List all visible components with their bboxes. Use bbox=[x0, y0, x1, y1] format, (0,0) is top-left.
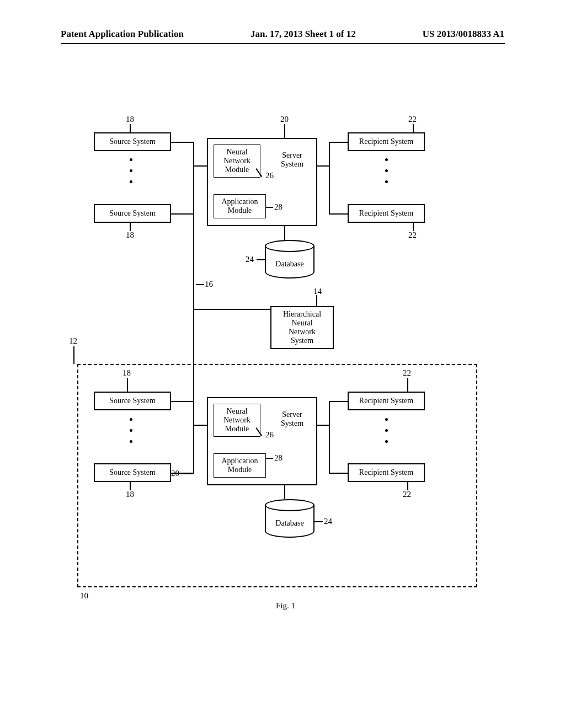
server-system-label: Server System bbox=[271, 410, 313, 428]
leader-line bbox=[315, 521, 323, 522]
server-system-box: Neural Network Module Server System Appl… bbox=[207, 138, 317, 226]
connector-line bbox=[193, 425, 207, 426]
vdots-icon bbox=[385, 440, 388, 443]
server-system-label: Server System bbox=[271, 151, 313, 169]
ref-18: 18 bbox=[126, 231, 134, 240]
ref-20: 20 bbox=[171, 469, 179, 478]
ref-18: 18 bbox=[126, 490, 134, 499]
leader-line bbox=[130, 124, 131, 132]
ref-28: 28 bbox=[274, 202, 282, 212]
connector-line bbox=[171, 401, 193, 402]
recipient-system-box: Recipient System bbox=[348, 463, 425, 482]
box-label: Source System bbox=[109, 468, 156, 477]
server-label-text: Server System bbox=[271, 410, 313, 428]
leader-line bbox=[181, 473, 194, 474]
neural-network-module-box: Neural Network Module bbox=[214, 144, 260, 178]
leader-line bbox=[407, 378, 408, 392]
connector-line bbox=[317, 165, 329, 167]
bus-line bbox=[329, 401, 330, 473]
ref-22: 22 bbox=[403, 490, 411, 499]
leader-line bbox=[130, 223, 131, 231]
connector-line bbox=[329, 213, 348, 215]
leader-line bbox=[284, 124, 285, 138]
page-header: Patent Application Publication Jan. 17, … bbox=[0, 29, 565, 40]
leader-line bbox=[196, 284, 204, 285]
header-left: Patent Application Publication bbox=[61, 29, 184, 40]
connector-line bbox=[329, 473, 348, 474]
ref-16: 16 bbox=[205, 280, 213, 289]
connector-line bbox=[171, 213, 193, 215]
leader-line bbox=[413, 223, 414, 231]
leader-line bbox=[73, 346, 74, 364]
ref-12: 12 bbox=[69, 336, 77, 346]
vdots-icon bbox=[130, 429, 132, 432]
ref-24: 24 bbox=[324, 517, 332, 526]
source-system-box: Source System bbox=[94, 204, 171, 223]
box-label: Source System bbox=[109, 209, 156, 218]
vdots-icon bbox=[130, 169, 132, 172]
box-label: Neural Network Module bbox=[223, 407, 250, 433]
bus-line bbox=[193, 142, 194, 310]
connector-line bbox=[193, 309, 270, 310]
connector-line bbox=[193, 165, 207, 167]
ref-10: 10 bbox=[80, 591, 88, 601]
box-label: Recipient System bbox=[359, 397, 413, 405]
leader-line bbox=[130, 482, 131, 490]
vdots-icon bbox=[385, 418, 388, 421]
recipient-system-box: Recipient System bbox=[348, 132, 425, 151]
recipient-system-box: Recipient System bbox=[348, 392, 425, 410]
source-system-box: Source System bbox=[94, 392, 171, 410]
box-label: Hierarchical Neural Network System bbox=[283, 310, 321, 345]
ref-24: 24 bbox=[246, 255, 254, 264]
leader-line bbox=[257, 259, 265, 260]
box-label: Source System bbox=[109, 397, 156, 405]
source-system-box: Source System bbox=[94, 132, 171, 151]
vdots-icon bbox=[130, 440, 132, 443]
vdots-icon bbox=[130, 180, 132, 183]
box-label: Recipient System bbox=[359, 137, 413, 146]
header-right: US 2013/0018833 A1 bbox=[423, 29, 504, 40]
vdots-icon bbox=[130, 158, 132, 161]
server-label-text: Server System bbox=[271, 151, 313, 169]
box-label: Neural Network Module bbox=[223, 148, 250, 174]
database-icon: Database bbox=[265, 240, 315, 279]
figure-1: Source System 18 Source System 18 Recipi… bbox=[83, 116, 491, 609]
connector-line bbox=[329, 142, 348, 143]
application-module-box: Application Module bbox=[214, 194, 266, 218]
ref-18: 18 bbox=[122, 368, 131, 378]
box-label: Application Module bbox=[221, 197, 258, 215]
box-label: Recipient System bbox=[359, 468, 413, 477]
ref-20: 20 bbox=[280, 115, 289, 124]
leader-line bbox=[127, 378, 128, 392]
connector-line bbox=[284, 226, 285, 240]
ref-14: 14 bbox=[313, 287, 322, 296]
neural-network-module-box: Neural Network Module bbox=[214, 404, 260, 437]
connector-line bbox=[329, 401, 348, 402]
hierarchical-system-box: Hierarchical Neural Network System bbox=[270, 306, 334, 349]
vdots-icon bbox=[385, 169, 388, 172]
leader-line bbox=[266, 207, 273, 208]
leader-line bbox=[413, 124, 414, 132]
database-label: Database bbox=[265, 260, 315, 269]
connector-line bbox=[171, 142, 193, 143]
vdots-icon bbox=[130, 418, 132, 421]
vdots-icon bbox=[385, 429, 388, 432]
vdots-icon bbox=[385, 180, 388, 183]
ref-22: 22 bbox=[403, 368, 411, 378]
box-label: Recipient System bbox=[359, 209, 413, 218]
connector-line bbox=[284, 485, 285, 499]
bus-line bbox=[329, 142, 330, 214]
server-system-box: Neural Network Module Server System Appl… bbox=[207, 397, 317, 485]
header-rule bbox=[61, 43, 505, 44]
bus-line bbox=[193, 310, 194, 381]
source-system-box: Source System bbox=[94, 463, 171, 482]
header-center: Jan. 17, 2013 Sheet 1 of 12 bbox=[250, 29, 356, 40]
connector-line bbox=[317, 425, 329, 426]
leader-line bbox=[266, 458, 273, 459]
figure-caption: Fig. 1 bbox=[276, 601, 295, 611]
leader-line bbox=[407, 482, 408, 490]
recipient-system-box: Recipient System bbox=[348, 204, 425, 223]
ref-18: 18 bbox=[126, 115, 134, 124]
database-icon: Database bbox=[265, 499, 315, 538]
application-module-box: Application Module bbox=[214, 453, 266, 478]
